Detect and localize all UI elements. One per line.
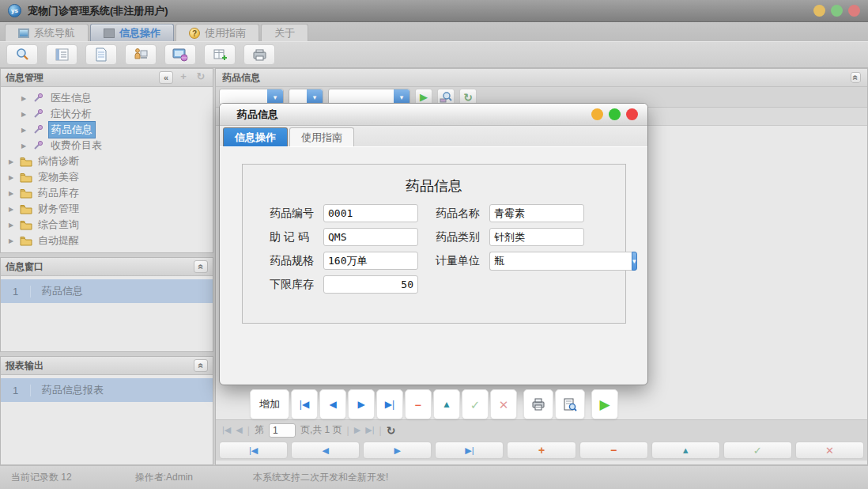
next-record-button[interactable]: ▶: [348, 389, 375, 419]
last-page-icon[interactable]: ▶|: [365, 426, 374, 434]
cancel-icon: ✕: [499, 399, 509, 411]
confirm-button[interactable]: ✓: [462, 389, 489, 419]
run-button[interactable]: ▶: [591, 389, 618, 419]
grid-next-button[interactable]: ▶: [363, 442, 432, 459]
mnemonic-field[interactable]: [323, 228, 418, 246]
grid-confirm-button[interactable]: ✓: [723, 442, 792, 459]
expand-icon[interactable]: ▶: [20, 127, 28, 134]
dialog-minimize-icon[interactable]: [591, 108, 603, 120]
collapse-up-icon[interactable]: «: [851, 72, 861, 83]
titlebar: ys 宠物门诊管理系统(非注册用户): [0, 0, 868, 22]
unit-combo[interactable]: ▾: [489, 252, 585, 271]
preview-button[interactable]: [555, 389, 585, 419]
last-record-button[interactable]: ▶|: [376, 389, 403, 419]
main-panel-header: 药品信息 «: [216, 69, 867, 87]
report-row-drug-report[interactable]: 1 药品信息报表: [1, 378, 213, 402]
collapse-up-icon[interactable]: «: [194, 359, 208, 372]
refresh-page-icon[interactable]: ↻: [387, 425, 396, 436]
grid-first-button[interactable]: |◀: [219, 442, 288, 459]
tree-item-diagnosis[interactable]: ▶ 病情诊断: [1, 154, 213, 169]
tree-item-query[interactable]: ▶ 综合查询: [1, 217, 213, 233]
min-stock-field[interactable]: [323, 275, 418, 294]
first-record-button[interactable]: |◀: [291, 389, 318, 419]
tab-user-guide[interactable]: ? 使用指南: [175, 24, 259, 41]
cancel-button[interactable]: ✕: [490, 389, 517, 419]
tab-about[interactable]: 关于: [261, 24, 308, 41]
dialog-tab-user-guide[interactable]: 使用指南: [289, 127, 354, 146]
expand-icon[interactable]: ▶: [7, 158, 15, 165]
first-page-icon[interactable]: |◀: [222, 426, 231, 434]
expand-icon[interactable]: ▶: [20, 111, 28, 118]
dialog-body: 药品信息 药品编号 药品名称 助 记 码 药品类别: [220, 146, 647, 342]
collapse-left-icon[interactable]: «: [159, 71, 173, 84]
expand-icon[interactable]: ▶: [20, 95, 28, 102]
confirm-icon: ✓: [470, 399, 481, 411]
unit-field[interactable]: [489, 252, 632, 271]
dialog-maximize-icon[interactable]: [609, 108, 621, 120]
tree-item-pet-grooming[interactable]: ▶ 宠物美容: [1, 169, 213, 185]
edit-button[interactable]: ▲: [433, 389, 460, 419]
grid-cancel-button[interactable]: ✕: [795, 442, 864, 459]
spec-field[interactable]: [323, 252, 418, 270]
dialog-close-icon[interactable]: [626, 108, 638, 120]
table-add-button[interactable]: [204, 44, 236, 65]
tool-icon: [32, 140, 45, 151]
drug-name-field[interactable]: [489, 204, 584, 222]
grid-delete-button[interactable]: −: [579, 442, 648, 459]
tree-item-drug-inventory[interactable]: ▶ 药品库存: [1, 185, 213, 201]
grid-add-button[interactable]: +: [507, 442, 576, 459]
tree-item-drug-info[interactable]: ▶ 药品信息: [1, 122, 213, 138]
confirm-icon: ✓: [753, 445, 762, 456]
expand-icon[interactable]: ▶: [20, 142, 28, 150]
search-button[interactable]: [6, 44, 38, 65]
folder-icon: [20, 188, 32, 199]
tree-item-finance[interactable]: ▶ 财务管理: [1, 201, 213, 217]
expand-icon[interactable]: ▶: [7, 237, 15, 244]
user-report-button[interactable]: [125, 44, 157, 65]
drug-code-field[interactable]: [323, 204, 418, 222]
tree-item-reminder[interactable]: ▶ 自动提醒: [1, 233, 213, 248]
panel-info-management: 信息管理 « + ↻ ▶ 医生信息 ▶: [0, 68, 213, 253]
grid-edit-button[interactable]: ▲: [651, 442, 720, 459]
page-prefix: 第: [255, 423, 264, 437]
tree-item-symptom-analysis[interactable]: ▶ 症状分析: [1, 106, 213, 122]
refresh-icon[interactable]: ↻: [194, 71, 208, 84]
chevron-down-icon[interactable]: ▾: [632, 252, 637, 271]
collapse-up-icon[interactable]: «: [194, 260, 208, 273]
expand-icon[interactable]: ▶: [7, 174, 15, 181]
maximize-icon[interactable]: [831, 5, 843, 17]
play-icon: ▶: [420, 92, 428, 102]
add-button[interactable]: 增加: [250, 389, 289, 419]
top-toolbar: [0, 41, 868, 68]
category-field[interactable]: [489, 228, 584, 246]
tab-info-operation[interactable]: 信息操作: [90, 24, 174, 41]
print-button[interactable]: [523, 389, 553, 419]
tree-item-price-list[interactable]: ▶ 收费价目表: [1, 138, 213, 154]
dialog-titlebar[interactable]: 药品信息: [220, 104, 647, 126]
form-view-button[interactable]: [46, 44, 77, 65]
expand-icon[interactable]: ▶: [7, 190, 15, 197]
prev-page-icon[interactable]: ◀: [236, 426, 242, 434]
window-view-button[interactable]: [164, 44, 196, 65]
print-setup-button[interactable]: [243, 44, 275, 65]
prev-record-button[interactable]: ◀: [319, 389, 346, 419]
dialog-tab-info-operation[interactable]: 信息操作: [223, 127, 288, 146]
page-number-input[interactable]: [269, 423, 296, 438]
expand-icon[interactable]: ▶: [7, 206, 15, 213]
tree-label: 宠物美容: [36, 169, 81, 185]
document-button[interactable]: [85, 44, 117, 65]
tree-item-doctor-info[interactable]: ▶ 医生信息: [1, 90, 213, 106]
form-icon: [55, 48, 70, 62]
delete-button[interactable]: −: [405, 389, 432, 419]
preview-icon: [563, 398, 577, 411]
grid-last-button[interactable]: ▶|: [435, 442, 504, 459]
minimize-icon[interactable]: [813, 5, 825, 17]
folder-icon: [20, 235, 32, 246]
tab-system-nav[interactable]: 系统导航: [5, 24, 89, 41]
next-page-icon[interactable]: ▶: [354, 426, 360, 434]
close-icon[interactable]: [848, 5, 860, 17]
grid-prev-button[interactable]: ◀: [291, 442, 360, 459]
add-icon[interactable]: +: [176, 71, 191, 84]
expand-icon[interactable]: ▶: [7, 222, 15, 229]
info-window-row-drug-info[interactable]: 1 药品信息: [1, 279, 213, 303]
